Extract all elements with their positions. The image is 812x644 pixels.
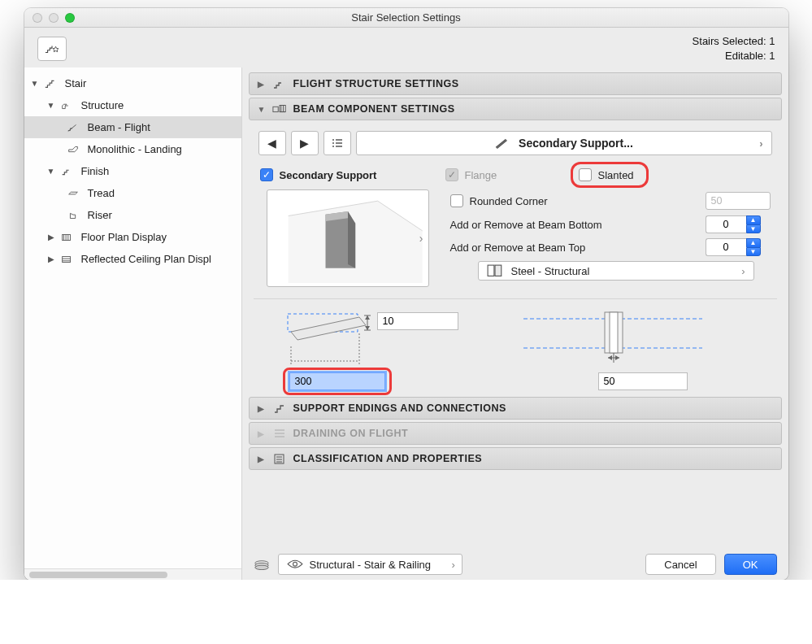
beam-length-input[interactable]: [289, 372, 385, 390]
tree-horizontal-scrollbar[interactable]: [24, 568, 241, 580]
stair-icon: [42, 77, 59, 90]
prev-support-button[interactable]: ◀: [258, 131, 286, 155]
slanted-checkbox[interactable]: [579, 168, 592, 181]
section-support-endings[interactable]: ▶ SUPPORT ENDINGS AND CONNECTIONS: [249, 397, 782, 420]
rounded-corner-input[interactable]: [706, 192, 771, 210]
structure-icon: [59, 99, 75, 112]
add-remove-bottom-input[interactable]: [706, 215, 746, 233]
flange-checkbox[interactable]: [445, 168, 458, 181]
section-classification[interactable]: ▶ CLASSIFICATION AND PROPERTIES: [249, 447, 782, 470]
eye-icon: [287, 558, 303, 571]
support-preview[interactable]: ›: [267, 189, 429, 287]
section-beam-component[interactable]: ▼ BEAM COMPONENT SETTINGS: [249, 98, 782, 120]
tree-item-tread[interactable]: Tread: [24, 182, 241, 204]
stepper-down-icon[interactable]: ▼: [746, 247, 761, 257]
settings-dialog: Stair Selection Settings Stairs Selected…: [24, 8, 788, 580]
finish-icon: [59, 165, 75, 178]
slanted-label: Slanted: [598, 169, 634, 181]
monolithic-icon: [65, 143, 81, 156]
section-draining[interactable]: ▶ DRAINING ON FLIGHT: [249, 422, 782, 445]
chevron-right-icon: ›: [741, 265, 745, 277]
beam-thickness-input[interactable]: [598, 372, 688, 390]
tree-item-finish[interactable]: Finish: [24, 160, 241, 182]
stairs-selected-label: Stairs Selected:: [693, 35, 766, 47]
svg-marker-12: [365, 315, 370, 320]
svg-rect-1: [62, 256, 70, 262]
editable-value: 1: [769, 50, 775, 62]
ok-button[interactable]: OK: [724, 554, 777, 575]
beam-component-icon: [272, 103, 287, 115]
secondary-support-label: Secondary Support: [280, 169, 377, 181]
svg-rect-2: [272, 107, 277, 112]
stair-star-icon: [43, 41, 61, 56]
svg-marker-4: [288, 201, 422, 283]
draining-icon: [272, 428, 287, 440]
layer-dropdown[interactable]: Structural - Stair & Railing ›: [278, 554, 462, 575]
settings-panel: ▶ FLIGHT STRUCTURE SETTINGS ▼ BEAM COMPO…: [242, 67, 788, 580]
tree-item-stair[interactable]: Stair: [24, 72, 241, 94]
support-name-dropdown[interactable]: Secondary Support... ›: [356, 131, 772, 155]
add-remove-top-label: Add or Remove at Beam Top: [450, 242, 699, 254]
titlebar: Stair Selection Settings: [24, 8, 788, 28]
svg-rect-3: [280, 106, 285, 112]
stairs-selected-value: 1: [769, 35, 775, 47]
window-title: Stair Selection Settings: [24, 11, 788, 24]
tree-item-structure[interactable]: Structure: [24, 94, 241, 116]
navigation-tree: Stair Structure: [24, 67, 242, 580]
classification-icon: [272, 453, 287, 465]
tread-icon: [65, 187, 81, 200]
rounded-corner-label: Rounded Corner: [470, 195, 548, 207]
editable-label: Editable:: [725, 50, 766, 62]
section-flight-structure[interactable]: ▶ FLIGHT STRUCTURE SETTINGS: [249, 72, 782, 95]
chevron-right-icon: ›: [419, 232, 423, 245]
beam-icon: [65, 121, 81, 134]
beam-width-input[interactable]: [377, 312, 458, 330]
svg-rect-9: [495, 265, 502, 276]
support-list-button[interactable]: [323, 131, 351, 155]
layer-swatch-icon: [254, 558, 270, 571]
svg-marker-16: [608, 355, 612, 360]
plan-icon: [59, 231, 75, 244]
ceiling-plan-icon: [59, 253, 75, 266]
top-strip: Stairs Selected: 1 Editable: 1: [24, 28, 788, 67]
tree-item-riser[interactable]: Riser: [24, 204, 241, 226]
svg-marker-13: [365, 326, 370, 330]
stepper-down-icon[interactable]: ▼: [746, 224, 761, 234]
thickness-diagram: [515, 309, 678, 382]
riser-icon: [65, 209, 81, 222]
add-remove-top-input[interactable]: [706, 238, 746, 256]
next-support-button[interactable]: ▶: [291, 131, 319, 155]
tree-item-beam-flight[interactable]: Beam - Flight: [24, 116, 241, 138]
add-remove-bottom-label: Add or Remove at Beam Bottom: [450, 219, 699, 231]
tree-item-monolithic-landing[interactable]: Monolithic - Landing: [24, 138, 241, 160]
flange-label: Flange: [465, 169, 497, 181]
stepper-up-icon[interactable]: ▲: [746, 238, 761, 247]
svg-rect-15: [610, 312, 618, 353]
material-dropdown[interactable]: Steel - Structural ›: [478, 261, 754, 281]
svg-point-21: [254, 565, 267, 569]
svg-marker-11: [291, 317, 366, 340]
list-icon: [331, 137, 344, 149]
favorite-button[interactable]: [37, 37, 67, 61]
svg-rect-8: [488, 265, 494, 276]
add-remove-top-stepper[interactable]: ▲▼: [706, 238, 771, 256]
beam-preview-illustration: [271, 194, 425, 283]
flight-structure-icon: [272, 78, 287, 90]
tree-item-floor-plan-display[interactable]: Floor Plan Display: [24, 226, 241, 248]
svg-marker-17: [615, 355, 619, 360]
chevron-right-icon: ›: [452, 559, 455, 571]
chevron-right-icon: ›: [759, 137, 762, 150]
rounded-corner-checkbox[interactable]: [450, 194, 463, 207]
secondary-support-checkbox[interactable]: [260, 168, 273, 181]
add-remove-bottom-stepper[interactable]: ▲▼: [706, 215, 771, 233]
support-icon: [494, 137, 510, 150]
tree-item-reflected-ceiling[interactable]: Reflected Ceiling Plan Displ: [24, 248, 241, 270]
cancel-button[interactable]: Cancel: [645, 554, 715, 575]
endings-icon: [272, 402, 287, 415]
svg-point-22: [293, 563, 297, 567]
stepper-up-icon[interactable]: ▲: [746, 215, 761, 224]
material-swatch-icon: [487, 264, 503, 277]
